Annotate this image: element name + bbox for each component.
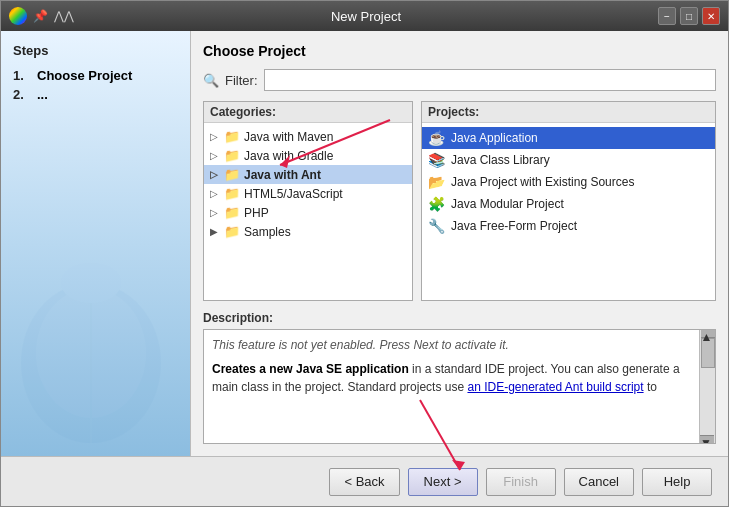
description-link: an IDE-generated Ant build script bbox=[467, 380, 643, 394]
project-label-java-freeform: Java Free-Form Project bbox=[451, 219, 577, 233]
projects-panel: Projects: ☕ Java Application 📚 Java Clas… bbox=[421, 101, 716, 301]
project-java-freeform[interactable]: 🔧 Java Free-Form Project bbox=[422, 215, 715, 237]
expand-icon-gradle: ▷ bbox=[210, 150, 220, 161]
projects-header: Projects: bbox=[422, 102, 715, 123]
expand-icon-ant: ▷ bbox=[210, 169, 220, 180]
folder-icon-samples: 📁 bbox=[224, 224, 240, 239]
svg-point-3 bbox=[61, 263, 121, 303]
categories-list: ▷ 📁 Java with Maven ▷ 📁 Java with Gradle… bbox=[204, 123, 412, 300]
collapse-button[interactable]: ⋀⋀ bbox=[54, 9, 74, 23]
filter-row: 🔍 Filter: bbox=[203, 69, 716, 91]
description-line1: This feature is not yet enabled. Press N… bbox=[212, 336, 707, 354]
expand-icon-maven: ▷ bbox=[210, 131, 220, 142]
project-java-existing[interactable]: 📂 Java Project with Existing Sources bbox=[422, 171, 715, 193]
category-html5[interactable]: ▷ 📁 HTML5/JavaScript bbox=[204, 184, 412, 203]
project-label-java-app: Java Application bbox=[451, 131, 538, 145]
expand-icon-samples: ▶ bbox=[210, 226, 220, 237]
description-section: Description: This feature is not yet ena… bbox=[203, 311, 716, 444]
minimize-button[interactable]: − bbox=[658, 7, 676, 25]
step-2: 2. ... bbox=[13, 87, 178, 102]
categories-panel: Categories: ▷ 📁 Java with Maven ▷ 📁 Java… bbox=[203, 101, 413, 301]
description-label: Description: bbox=[203, 311, 716, 325]
steps-panel: Steps 1. Choose Project 2. ... bbox=[1, 31, 191, 456]
java-lib-icon: 📚 bbox=[428, 152, 445, 168]
maximize-button[interactable]: □ bbox=[680, 7, 698, 25]
netbeans-icon bbox=[9, 7, 27, 25]
folder-icon-php: 📁 bbox=[224, 205, 240, 220]
step-1-number: 1. bbox=[13, 68, 31, 83]
scrollbar-down-arrow[interactable]: ▼ bbox=[700, 435, 714, 443]
project-label-java-lib: Java Class Library bbox=[451, 153, 550, 167]
filter-search-icon: 🔍 bbox=[203, 73, 219, 88]
category-label-maven: Java with Maven bbox=[244, 130, 333, 144]
description-box: This feature is not yet enabled. Press N… bbox=[203, 329, 716, 444]
expand-icon-php: ▷ bbox=[210, 207, 220, 218]
categories-header: Categories: bbox=[204, 102, 412, 123]
titlebar-controls: − □ ✕ bbox=[658, 7, 720, 25]
folder-icon-ant: 📁 bbox=[224, 167, 240, 182]
expand-icon-html5: ▷ bbox=[210, 188, 220, 199]
titlebar-left: 📌 ⋀⋀ bbox=[9, 7, 74, 25]
category-php[interactable]: ▷ 📁 PHP bbox=[204, 203, 412, 222]
finish-button[interactable]: Finish bbox=[486, 468, 556, 496]
java-freeform-icon: 🔧 bbox=[428, 218, 445, 234]
section-title: Choose Project bbox=[203, 43, 716, 59]
projects-list: ☕ Java Application 📚 Java Class Library … bbox=[422, 123, 715, 300]
description-line2: Creates a new Java SE application in a s… bbox=[212, 360, 707, 396]
project-java-application[interactable]: ☕ Java Application bbox=[422, 127, 715, 149]
steps-watermark bbox=[11, 243, 180, 446]
next-button[interactable]: Next > bbox=[408, 468, 478, 496]
category-java-maven[interactable]: ▷ 📁 Java with Maven bbox=[204, 127, 412, 146]
step-2-label: ... bbox=[37, 87, 48, 102]
back-button[interactable]: < Back bbox=[329, 468, 399, 496]
titlebar: 📌 ⋀⋀ New Project − □ ✕ bbox=[1, 1, 728, 31]
help-button[interactable]: Help bbox=[642, 468, 712, 496]
description-bold: Creates a new Java SE application bbox=[212, 362, 409, 376]
step-1: 1. Choose Project bbox=[13, 68, 178, 83]
folder-icon-gradle: 📁 bbox=[224, 148, 240, 163]
folder-icon-maven: 📁 bbox=[224, 129, 240, 144]
project-java-class-lib[interactable]: 📚 Java Class Library bbox=[422, 149, 715, 171]
cancel-button[interactable]: Cancel bbox=[564, 468, 634, 496]
description-scrollbar[interactable]: ▲ ▼ bbox=[699, 330, 715, 443]
step-1-label: Choose Project bbox=[37, 68, 132, 83]
project-java-modular[interactable]: 🧩 Java Modular Project bbox=[422, 193, 715, 215]
description-italic: This feature is not yet enabled. Press N… bbox=[212, 338, 509, 352]
scrollbar-up-arrow[interactable]: ▲ bbox=[701, 330, 715, 338]
dialog-content: Steps 1. Choose Project 2. ... bbox=[1, 31, 728, 456]
filter-input[interactable] bbox=[264, 69, 717, 91]
category-label-html5: HTML5/JavaScript bbox=[244, 187, 343, 201]
category-label-ant: Java with Ant bbox=[244, 168, 321, 182]
category-label-samples: Samples bbox=[244, 225, 291, 239]
dialog-title: New Project bbox=[74, 9, 658, 24]
project-label-java-existing: Java Project with Existing Sources bbox=[451, 175, 634, 189]
category-java-ant[interactable]: ▷ 📁 Java with Ant bbox=[204, 165, 412, 184]
pin-button[interactable]: 📌 bbox=[33, 9, 48, 23]
java-existing-icon: 📂 bbox=[428, 174, 445, 190]
category-label-php: PHP bbox=[244, 206, 269, 220]
java-app-icon: ☕ bbox=[428, 130, 445, 146]
panels-row: Categories: ▷ 📁 Java with Maven ▷ 📁 Java… bbox=[203, 101, 716, 301]
steps-title: Steps bbox=[13, 43, 178, 58]
new-project-dialog: 📌 ⋀⋀ New Project − □ ✕ Steps 1. Choose P… bbox=[0, 0, 729, 507]
step-2-number: 2. bbox=[13, 87, 31, 102]
folder-icon-html5: 📁 bbox=[224, 186, 240, 201]
category-samples[interactable]: ▶ 📁 Samples bbox=[204, 222, 412, 241]
filter-label: Filter: bbox=[225, 73, 258, 88]
footer: < Back Next > Finish Cancel Help bbox=[1, 456, 728, 506]
project-label-java-modular: Java Modular Project bbox=[451, 197, 564, 211]
main-panel: Choose Project 🔍 Filter: Categories: ▷ bbox=[191, 31, 728, 456]
category-label-gradle: Java with Gradle bbox=[244, 149, 333, 163]
close-button[interactable]: ✕ bbox=[702, 7, 720, 25]
category-java-gradle[interactable]: ▷ 📁 Java with Gradle bbox=[204, 146, 412, 165]
java-modular-icon: 🧩 bbox=[428, 196, 445, 212]
